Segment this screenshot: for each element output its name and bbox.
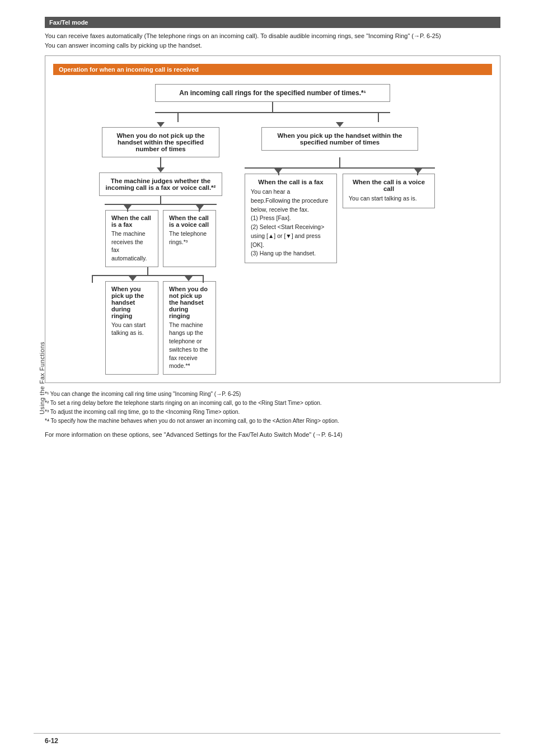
section-header: Fax/Tel mode	[45, 17, 500, 28]
diagram-outer: Operation for when an incoming call is r…	[45, 55, 500, 383]
col-right: When you pick up the handset within the …	[233, 122, 446, 151]
right-voice-box: When the call is a voice call You can st…	[343, 174, 435, 208]
page-number: 6-12	[45, 737, 58, 745]
right-fax-box: When the call is a fax You can hear a be…	[245, 174, 337, 263]
mid-section: The machine judges whether the incoming …	[53, 157, 492, 375]
left-branch-box: When you do not pick up the handset with…	[102, 127, 219, 157]
left-voice-box: When the call is a voice call The teleph…	[163, 210, 216, 267]
intro-text-1: You can receive faxes automatically (The…	[45, 31, 500, 50]
diagram-body: An incoming call rings for the specified…	[53, 84, 492, 375]
bottom-line	[34, 733, 500, 734]
page: Using the Fax Functions Fax/Tel mode You…	[0, 0, 534, 756]
top-box: An incoming call rings for the specified…	[155, 84, 390, 102]
more-info: For more information on these options, s…	[45, 431, 500, 438]
bottom-pickup-box: When you pick up the handset during ring…	[105, 281, 158, 375]
footnotes: *¹ You can change the incoming call ring…	[45, 390, 500, 426]
left-mid-box: The machine judges whether the incoming …	[99, 172, 222, 196]
bottom-nopickup-box: When you do not pick up the handset duri…	[163, 281, 216, 375]
branch-row: When you do not pick up the handset with…	[53, 122, 492, 157]
diagram-title: Operation for when an incoming call is r…	[53, 64, 492, 75]
left-mid-col: The machine judges whether the incoming …	[99, 157, 222, 375]
right-branch-box: When you pick up the handset within the …	[261, 127, 418, 151]
left-fax-box: When the call is a fax The machine recei…	[105, 210, 158, 267]
right-mid-col: When the call is a fax You can hear a be…	[233, 157, 446, 263]
col-left: When you do not pick up the handset with…	[99, 122, 222, 157]
sidebar-label: Using the Fax Functions	[39, 342, 45, 414]
